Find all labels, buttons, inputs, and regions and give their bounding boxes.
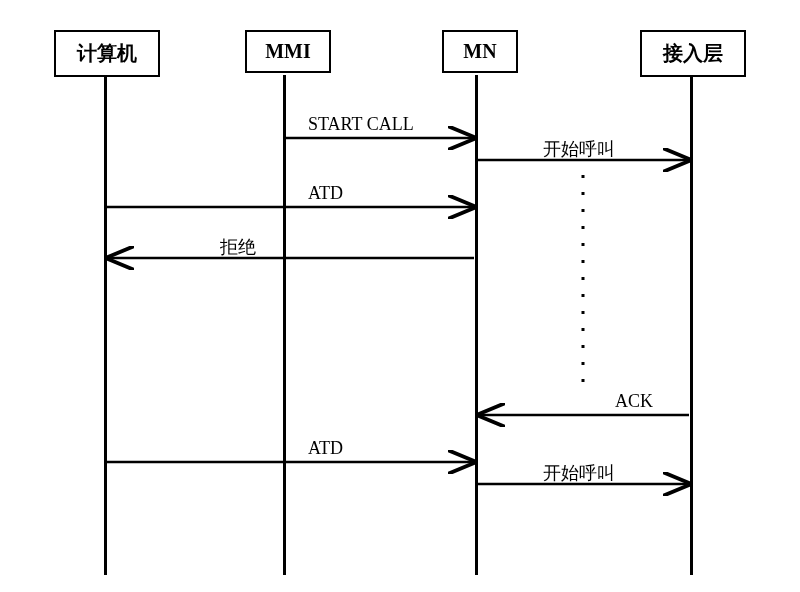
label-ack: ACK	[615, 391, 653, 412]
lifeline-access-layer	[690, 75, 693, 575]
lifeline-mmi	[283, 75, 286, 575]
label-reject: 拒绝	[220, 235, 256, 259]
participant-computer: 计算机	[54, 30, 160, 77]
participant-mmi: MMI	[245, 30, 331, 73]
arrows-overlay	[0, 0, 800, 592]
lifeline-mn	[475, 75, 478, 575]
label-begin-call-2: 开始呼叫	[543, 461, 615, 485]
label-atd-2: ATD	[308, 438, 343, 459]
participant-mn: MN	[442, 30, 518, 73]
label-begin-call-1: 开始呼叫	[543, 137, 615, 161]
label-start-call: START CALL	[308, 114, 414, 135]
lifeline-computer	[104, 75, 107, 575]
sequence-diagram: 计算机 MMI MN 接入层 START CALL 开始呼叫 ATD 拒绝 AC	[0, 0, 800, 592]
participant-access-layer: 接入层	[640, 30, 746, 77]
label-atd-1: ATD	[308, 183, 343, 204]
